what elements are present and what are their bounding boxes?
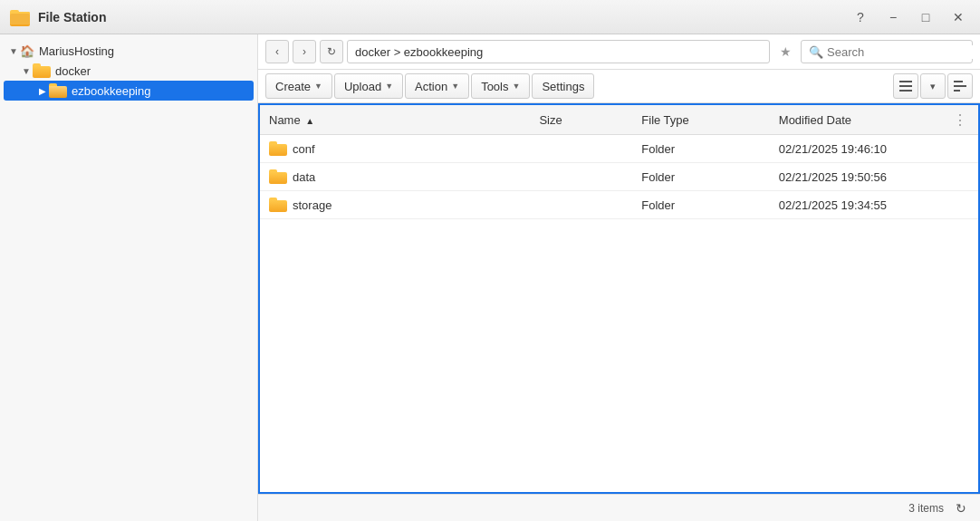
action-button[interactable]: Action ▼ [405,73,469,99]
svg-rect-9 [954,90,960,92]
titlebar: File Station ? − □ ✕ [0,0,980,34]
create-dropdown-arrow: ▼ [314,82,322,91]
path-bar: ‹ › ↻ ★ 🔍 [258,34,980,70]
cell-type: Folder [632,135,770,163]
settings-label: Settings [542,80,584,93]
tree-arrow-docker: ▼ [20,66,33,76]
main-layout: ▼ 🏠 MariusHosting ▼ docker ▶ [0,34,980,521]
sort-arrow-name: ▲ [305,116,314,126]
create-button[interactable]: Create ▼ [265,73,332,99]
view-options-icon: ▾ [930,81,936,92]
status-bar: 3 items ↻ [258,494,980,521]
svg-rect-6 [899,90,912,92]
col-header-size[interactable]: Size [530,105,632,135]
view-controls: ▾ [893,73,973,99]
cell-size [530,191,632,219]
item-count: 3 items [908,502,944,515]
file-name: conf [293,142,315,156]
svg-rect-7 [954,81,963,82]
back-button[interactable]: ‹ [265,40,289,63]
app-title: File Station [38,10,848,24]
sidebar-item-docker[interactable]: ▼ docker [0,61,257,81]
cell-size [530,163,632,191]
svg-rect-5 [899,85,912,87]
cell-type: Folder [632,163,770,191]
ezbookkeeping-folder-icon [49,83,67,98]
sidebar-item-docker-label: docker [55,64,91,78]
list-view-button[interactable] [893,73,918,99]
column-options-button[interactable]: ⋮ [951,111,969,129]
view-options-button[interactable]: ▾ [920,73,946,99]
settings-button[interactable]: Settings [532,73,594,99]
file-list-container[interactable]: Name ▲ Size File Type Modified Date ⋮ co… [258,103,980,494]
cell-date: 02/21/2025 19:46:10 [770,135,942,163]
cell-more [942,191,978,219]
sort-button[interactable] [947,73,973,99]
svg-rect-3 [10,14,30,24]
forward-button[interactable]: › [293,40,316,63]
sidebar: ▼ 🏠 MariusHosting ▼ docker ▶ [0,34,258,521]
upload-label: Upload [344,80,381,93]
folder-icon [269,198,287,212]
window-controls: ? − □ ✕ [848,5,971,30]
file-name: data [293,170,315,184]
docker-folder-icon [33,63,51,78]
sidebar-item-mariushosting[interactable]: ▼ 🏠 MariusHosting [0,42,257,61]
folder-icon [269,169,287,184]
bookmark-button[interactable]: ★ [773,40,797,63]
mariushosting-icon: 🏠 [20,44,34,58]
tools-button[interactable]: Tools ▼ [471,73,530,99]
cell-size [530,135,632,163]
search-icon: 🔍 [809,45,823,59]
close-button[interactable]: ✕ [946,5,971,30]
tools-dropdown-arrow: ▼ [513,82,521,91]
file-table: Name ▲ Size File Type Modified Date ⋮ co… [260,105,978,219]
file-table-body: confFolder02/21/2025 19:46:10dataFolder0… [260,135,978,219]
maximize-button[interactable]: □ [913,5,938,30]
help-button[interactable]: ? [848,5,873,30]
folder-icon [269,141,287,156]
sidebar-item-ezbookkeeping[interactable]: ▶ ezbookkeeping [4,81,254,101]
col-header-name[interactable]: Name ▲ [260,105,530,135]
tree-arrow-ezbookkeeping: ▶ [36,86,49,96]
table-row[interactable]: dataFolder02/21/2025 19:50:56 [260,163,978,191]
upload-dropdown-arrow: ▼ [385,82,393,91]
svg-rect-4 [899,81,912,82]
path-input[interactable] [347,40,770,63]
col-header-type[interactable]: File Type [632,105,770,135]
cell-name: conf [260,135,530,163]
table-header-row: Name ▲ Size File Type Modified Date ⋮ [260,105,978,135]
app-icon [9,6,31,28]
svg-rect-8 [954,85,966,87]
status-refresh-button[interactable]: ↻ [951,498,971,518]
col-header-date[interactable]: Modified Date [770,105,942,135]
action-bar: Create ▼ Upload ▼ Action ▼ Tools ▼ Setti… [258,70,980,103]
cell-more [942,163,978,191]
cell-date: 02/21/2025 19:34:55 [770,191,942,219]
col-header-more: ⋮ [942,105,978,135]
search-box: 🔍 [801,40,973,63]
upload-button[interactable]: Upload ▼ [334,73,403,99]
minimize-button[interactable]: − [880,5,906,30]
table-row[interactable]: confFolder02/21/2025 19:46:10 [260,135,978,163]
file-name: storage [293,198,331,212]
tree-arrow-mariushosting: ▼ [7,46,20,56]
refresh-nav-button[interactable]: ↻ [320,40,343,63]
cell-date: 02/21/2025 19:50:56 [770,163,942,191]
cell-name: data [260,163,530,191]
create-label: Create [275,80,311,93]
cell-more [942,135,978,163]
search-input[interactable] [827,45,979,59]
action-dropdown-arrow: ▼ [451,82,459,91]
sidebar-item-ezbookkeeping-label: ezbookkeeping [72,84,150,98]
cell-name: storage [260,191,530,219]
cell-type: Folder [632,191,770,219]
action-label: Action [415,80,447,93]
table-row[interactable]: storageFolder02/21/2025 19:34:55 [260,191,978,219]
tools-label: Tools [481,80,508,93]
content-area: ‹ › ↻ ★ 🔍 Create ▼ Upload ▼ Action ▼ [258,34,980,521]
sidebar-item-mariushosting-label: MariusHosting [39,44,114,58]
